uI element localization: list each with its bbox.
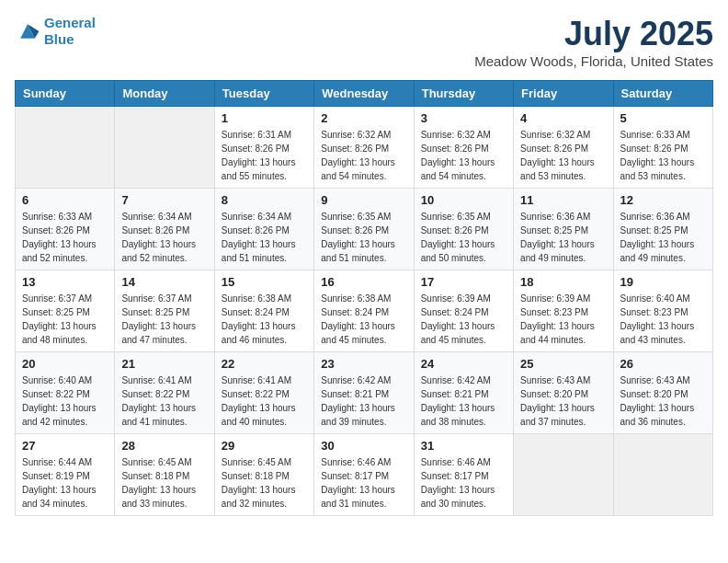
- calendar-table: SundayMondayTuesdayWednesdayThursdayFrid…: [15, 80, 713, 516]
- calendar-cell: 13Sunrise: 6:37 AMSunset: 8:25 PMDayligh…: [16, 270, 115, 352]
- day-number: 31: [421, 439, 506, 453]
- day-info: Sunrise: 6:41 AMSunset: 8:22 PMDaylight:…: [222, 373, 307, 429]
- day-info: Sunrise: 6:43 AMSunset: 8:20 PMDaylight:…: [620, 373, 706, 429]
- calendar-week-row: 20Sunrise: 6:40 AMSunset: 8:22 PMDayligh…: [16, 352, 713, 434]
- day-info: Sunrise: 6:46 AMSunset: 8:17 PMDaylight:…: [421, 455, 506, 511]
- calendar-cell: [613, 434, 712, 516]
- day-info: Sunrise: 6:32 AMSunset: 8:26 PMDaylight:…: [321, 128, 406, 183]
- calendar-cell: [16, 107, 115, 189]
- calendar-cell: 24Sunrise: 6:42 AMSunset: 8:21 PMDayligh…: [414, 352, 513, 434]
- day-info: Sunrise: 6:36 AMSunset: 8:25 PMDaylight:…: [620, 210, 706, 265]
- calendar-week-row: 27Sunrise: 6:44 AMSunset: 8:19 PMDayligh…: [16, 434, 713, 516]
- weekday-header: Saturday: [613, 81, 712, 107]
- day-info: Sunrise: 6:39 AMSunset: 8:23 PMDaylight:…: [520, 292, 606, 347]
- calendar-cell: 23Sunrise: 6:42 AMSunset: 8:21 PMDayligh…: [314, 352, 414, 434]
- calendar-cell: 1Sunrise: 6:31 AMSunset: 8:26 PMDaylight…: [214, 107, 313, 189]
- calendar-week-row: 1Sunrise: 6:31 AMSunset: 8:26 PMDaylight…: [16, 107, 713, 189]
- calendar-cell: 9Sunrise: 6:35 AMSunset: 8:26 PMDaylight…: [314, 189, 414, 270]
- day-info: Sunrise: 6:40 AMSunset: 8:22 PMDaylight:…: [22, 373, 108, 429]
- calendar-cell: 21Sunrise: 6:41 AMSunset: 8:22 PMDayligh…: [115, 352, 214, 434]
- calendar-cell: 2Sunrise: 6:32 AMSunset: 8:26 PMDaylight…: [314, 107, 414, 189]
- day-info: Sunrise: 6:35 AMSunset: 8:26 PMDaylight:…: [421, 210, 506, 265]
- day-info: Sunrise: 6:45 AMSunset: 8:18 PMDaylight:…: [222, 455, 307, 511]
- calendar-cell: 8Sunrise: 6:34 AMSunset: 8:26 PMDaylight…: [214, 189, 313, 270]
- calendar-cell: 17Sunrise: 6:39 AMSunset: 8:24 PMDayligh…: [414, 270, 513, 352]
- calendar-cell: 27Sunrise: 6:44 AMSunset: 8:19 PMDayligh…: [16, 434, 115, 516]
- day-number: 2: [321, 111, 406, 125]
- logo-icon: [15, 18, 40, 44]
- day-info: Sunrise: 6:34 AMSunset: 8:26 PMDaylight:…: [121, 210, 207, 265]
- day-number: 9: [321, 193, 406, 207]
- day-info: Sunrise: 6:42 AMSunset: 8:21 PMDaylight:…: [421, 373, 506, 429]
- calendar-cell: 29Sunrise: 6:45 AMSunset: 8:18 PMDayligh…: [214, 434, 313, 516]
- logo: General Blue: [15, 15, 96, 48]
- calendar-cell: 19Sunrise: 6:40 AMSunset: 8:23 PMDayligh…: [613, 270, 712, 352]
- logo-line2: Blue: [44, 31, 74, 47]
- day-number: 5: [620, 111, 706, 125]
- weekday-row: SundayMondayTuesdayWednesdayThursdayFrid…: [16, 81, 713, 107]
- calendar-header: SundayMondayTuesdayWednesdayThursdayFrid…: [16, 81, 713, 107]
- weekday-header: Thursday: [414, 81, 513, 107]
- day-number: 1: [222, 111, 307, 125]
- day-info: Sunrise: 6:44 AMSunset: 8:19 PMDaylight:…: [22, 455, 108, 511]
- subtitle: Meadow Woods, Florida, United States: [474, 53, 713, 69]
- day-number: 20: [22, 357, 108, 371]
- calendar-cell: 11Sunrise: 6:36 AMSunset: 8:25 PMDayligh…: [514, 189, 613, 270]
- day-number: 4: [520, 111, 606, 125]
- day-number: 26: [620, 357, 706, 371]
- calendar-cell: 5Sunrise: 6:33 AMSunset: 8:26 PMDaylight…: [613, 107, 712, 189]
- day-number: 11: [520, 193, 606, 207]
- day-number: 3: [421, 111, 506, 125]
- day-info: Sunrise: 6:45 AMSunset: 8:18 PMDaylight:…: [121, 455, 207, 511]
- day-info: Sunrise: 6:34 AMSunset: 8:26 PMDaylight:…: [222, 210, 307, 265]
- day-info: Sunrise: 6:40 AMSunset: 8:23 PMDaylight:…: [620, 292, 706, 347]
- day-number: 8: [222, 193, 307, 207]
- logo-line1: General: [44, 15, 96, 30]
- day-info: Sunrise: 6:36 AMSunset: 8:25 PMDaylight:…: [520, 210, 606, 265]
- calendar-cell: 22Sunrise: 6:41 AMSunset: 8:22 PMDayligh…: [214, 352, 313, 434]
- calendar-cell: [115, 107, 214, 189]
- day-info: Sunrise: 6:37 AMSunset: 8:25 PMDaylight:…: [121, 292, 207, 347]
- calendar-cell: 3Sunrise: 6:32 AMSunset: 8:26 PMDaylight…: [414, 107, 513, 189]
- day-number: 19: [620, 275, 706, 289]
- weekday-header: Wednesday: [314, 81, 414, 107]
- calendar-cell: 31Sunrise: 6:46 AMSunset: 8:17 PMDayligh…: [414, 434, 513, 516]
- day-number: 12: [620, 193, 706, 207]
- day-number: 30: [321, 439, 406, 453]
- day-info: Sunrise: 6:39 AMSunset: 8:24 PMDaylight:…: [421, 292, 506, 347]
- calendar-cell: 20Sunrise: 6:40 AMSunset: 8:22 PMDayligh…: [16, 352, 115, 434]
- main-title: July 2025: [474, 15, 713, 53]
- day-number: 10: [421, 193, 506, 207]
- day-info: Sunrise: 6:35 AMSunset: 8:26 PMDaylight:…: [321, 210, 406, 265]
- calendar-cell: 6Sunrise: 6:33 AMSunset: 8:26 PMDaylight…: [16, 189, 115, 270]
- weekday-header: Friday: [514, 81, 613, 107]
- calendar-cell: 4Sunrise: 6:32 AMSunset: 8:26 PMDaylight…: [514, 107, 613, 189]
- calendar-body: 1Sunrise: 6:31 AMSunset: 8:26 PMDaylight…: [16, 107, 713, 516]
- day-number: 23: [321, 357, 406, 371]
- calendar-cell: 15Sunrise: 6:38 AMSunset: 8:24 PMDayligh…: [214, 270, 313, 352]
- day-number: 14: [121, 275, 207, 289]
- calendar-cell: 12Sunrise: 6:36 AMSunset: 8:25 PMDayligh…: [613, 189, 712, 270]
- calendar-cell: 30Sunrise: 6:46 AMSunset: 8:17 PMDayligh…: [314, 434, 414, 516]
- day-number: 17: [421, 275, 506, 289]
- calendar-cell: 28Sunrise: 6:45 AMSunset: 8:18 PMDayligh…: [115, 434, 214, 516]
- weekday-header: Tuesday: [214, 81, 313, 107]
- weekday-header: Sunday: [16, 81, 115, 107]
- calendar-week-row: 6Sunrise: 6:33 AMSunset: 8:26 PMDaylight…: [16, 189, 713, 270]
- calendar-cell: [514, 434, 613, 516]
- day-info: Sunrise: 6:31 AMSunset: 8:26 PMDaylight:…: [222, 128, 307, 183]
- day-info: Sunrise: 6:38 AMSunset: 8:24 PMDaylight:…: [222, 292, 307, 347]
- page-header: General Blue July 2025 Meadow Woods, Flo…: [15, 15, 713, 69]
- weekday-header: Monday: [115, 81, 214, 107]
- day-info: Sunrise: 6:32 AMSunset: 8:26 PMDaylight:…: [520, 128, 606, 183]
- calendar-cell: 25Sunrise: 6:43 AMSunset: 8:20 PMDayligh…: [514, 352, 613, 434]
- day-info: Sunrise: 6:33 AMSunset: 8:26 PMDaylight:…: [620, 128, 706, 183]
- day-number: 15: [222, 275, 307, 289]
- logo-text: General Blue: [44, 15, 96, 48]
- day-number: 7: [121, 193, 207, 207]
- day-number: 24: [421, 357, 506, 371]
- day-number: 25: [520, 357, 606, 371]
- day-number: 29: [222, 439, 307, 453]
- calendar-cell: 18Sunrise: 6:39 AMSunset: 8:23 PMDayligh…: [514, 270, 613, 352]
- day-number: 21: [121, 357, 207, 371]
